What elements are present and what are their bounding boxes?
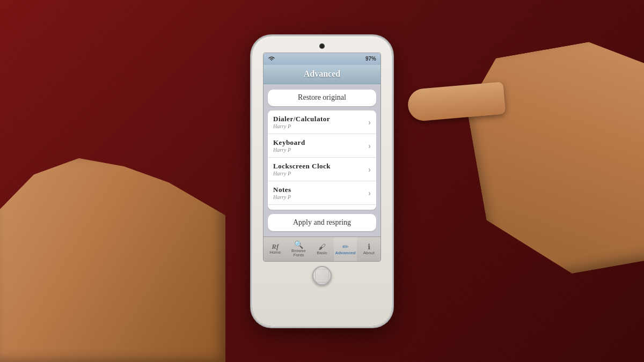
list-item-keyboard-title: Keyboard [273,138,305,147]
list-item-dialer[interactable]: Dialer/Calculator Harry P › [268,110,376,134]
list-item-notes-title: Notes [273,186,291,194]
list-item-keyboard-content: Keyboard Harry P [273,138,305,153]
list-item-keyboard-subtitle: Harry P [273,147,305,153]
font-list: Dialer/Calculator Harry P › Keyboard Har… [268,110,376,209]
apply-button-label: Apply and respring [293,218,351,227]
tab-advanced-label: Advanced [335,251,355,255]
tab-browse-fonts[interactable]: 🔍 Browse Fonts [287,237,311,261]
chevron-icon-keyboard: › [368,142,371,150]
list-item-notes-content: Notes Harry P [273,186,291,200]
tab-basic[interactable]: 🖌 Basic [310,237,334,261]
tab-bar: Rf Home 🔍 Browse Fonts 🖌 Basic ✏ Advance… [264,237,380,261]
home-button[interactable] [312,266,332,285]
front-camera [320,44,324,48]
list-item-lockscreen-subtitle: Harry P [273,171,331,176]
list-item-lockscreen-content: Lockscreen Clock Harry P [273,162,331,176]
tab-about-label: About [363,251,375,255]
tab-browse-icon: 🔍 [294,241,303,248]
tab-basic-icon: 🖌 [318,243,326,250]
tab-advanced-icon: ✏ [342,243,349,250]
wifi-icon [268,56,275,62]
tab-home[interactable]: Rf Home [264,237,287,261]
list-item-dialer-title: Dialer/Calculator [273,115,330,123]
list-item-lockscreen[interactable]: Lockscreen Clock Harry P › [268,158,376,181]
restore-button-label: Restore original [298,93,346,102]
restore-button[interactable]: Restore original [268,90,376,107]
page-title: Advanced [304,69,340,79]
tab-advanced[interactable]: ✏ Advanced [334,237,357,261]
list-item-dialer-content: Dialer/Calculator Harry P [273,115,330,129]
tab-browse-label: Browse Fonts [287,249,311,257]
device-screen: 97% Advanced Restore original Dialer/Cal… [263,53,381,262]
status-bar: 97% [264,53,380,65]
list-item-lockscreen-title: Lockscreen Clock [273,162,331,171]
chevron-icon-notes: › [368,189,371,197]
home-button-inner [315,269,329,283]
navigation-bar: Advanced [264,65,380,84]
list-item-dialer-subtitle: Harry P [273,123,330,129]
tab-basic-label: Basic [317,251,327,255]
apply-button[interactable]: Apply and respring [268,214,376,231]
list-item-notes[interactable]: Notes Harry P › [268,181,376,205]
tab-home-label: Home [269,250,281,255]
chevron-icon-dialer: › [368,118,371,127]
content-area: Restore original Dialer/Calculator Harry… [264,84,380,237]
battery-indicator: 97% [365,56,376,62]
list-item-keyboard[interactable]: Keyboard Harry P › [268,134,376,158]
list-item-system[interactable]: System Harry P › [268,205,376,209]
chevron-icon-lockscreen: › [368,165,371,174]
tab-home-icon: Rf [272,243,279,250]
mobile-device: 97% Advanced Restore original Dialer/Cal… [252,36,392,326]
tab-about[interactable]: ℹ About [357,237,380,261]
tab-about-icon: ℹ [368,243,370,250]
list-item-notes-subtitle: Harry P [273,194,291,200]
